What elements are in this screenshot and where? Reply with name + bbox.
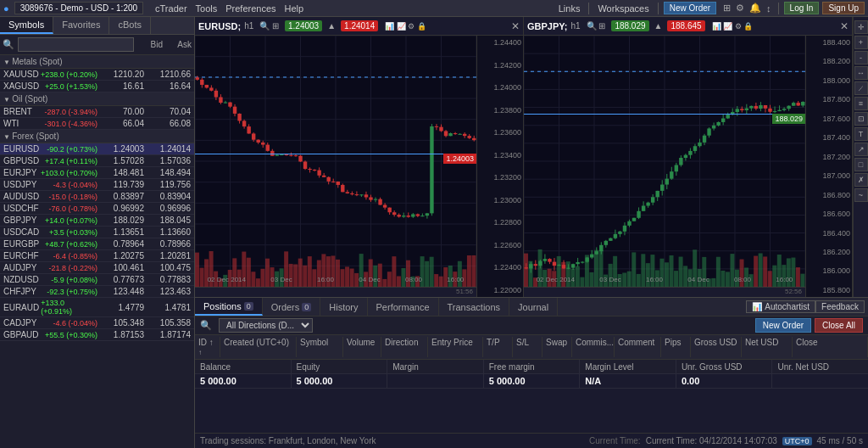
sidebar-icon-delete[interactable]: ✗ bbox=[854, 173, 868, 187]
menu-preferences[interactable]: Preferences bbox=[222, 3, 279, 14]
feedback-btn[interactable]: Feedback bbox=[815, 300, 865, 313]
new-order-top-btn[interactable]: New Order bbox=[664, 2, 716, 14]
gbpjpy-chart-tools-icon: 🔍 ⊞ bbox=[587, 21, 606, 31]
gbpjpy-chart-icon-bar: 📊 📈 ⚙ 🔒 bbox=[712, 22, 754, 31]
symbol-cadjpy[interactable]: CADJPY -4.6 (-0.04%) 105.348 105.358 bbox=[0, 317, 194, 329]
menu-help[interactable]: Help bbox=[281, 3, 308, 14]
gbpjpy-time-labels: 02 Dec 2014 03 Dec 16:00 04 Dec 08:00 16… bbox=[524, 276, 805, 283]
symbol-euraud[interactable]: EURAUD +133.0 (+0.91%) 1.4779 1.4781 bbox=[0, 298, 194, 317]
tab-cbots[interactable]: cBots bbox=[109, 17, 151, 34]
sidebar-icon-arrow[interactable]: ↗ bbox=[854, 143, 868, 156]
symbol-usdchf[interactable]: USDCHF -76.0 (-0.78%) 0.96992 0.96996 bbox=[0, 203, 194, 215]
symbol-panel-tabs: Symbols Favorites cBots bbox=[0, 17, 194, 35]
eurusd-time-labels: 02 Dec 2014 03 Dec 16:00 04 Dec 08:00 16… bbox=[195, 276, 476, 283]
symbol-gbpaud[interactable]: GBPAUD +55.5 (+0.30%) 1.87153 1.87174 bbox=[0, 329, 194, 341]
tab-orders[interactable]: Orders 0 bbox=[263, 298, 321, 316]
symbol-gbpjpy[interactable]: GBPJPY +14.0 (+0.07%) 188.029 188.045 bbox=[0, 215, 194, 227]
symbol-eurusd[interactable]: EURUSD -90.2 (+0.73%) 1.24003 1.24014 bbox=[0, 143, 194, 155]
symbol-brent[interactable]: BRENT -287.0 (-3.94%) 70.00 70.04 bbox=[0, 106, 194, 118]
icon-chart[interactable]: ⊞ bbox=[723, 3, 731, 14]
symbol-xauusd[interactable]: XAUUSD +238.0 (+0.20%) 1210.20 1210.66 bbox=[0, 69, 194, 81]
symbol-eurchf[interactable]: EURCHF -6.4 (-0.85%) 1.20275 1.20281 bbox=[0, 250, 194, 262]
autochartist-btn[interactable]: 📊 Autochartist bbox=[746, 300, 815, 313]
eurusd-chart-tools-icon: 🔍 ⊞ bbox=[259, 21, 279, 31]
sidebar-icon-zoom-in[interactable]: + bbox=[854, 36, 868, 49]
eurusd-bid-badge: 1.24003 bbox=[285, 20, 322, 31]
ask-header: Ask bbox=[163, 40, 192, 49]
symbol-chfjpy[interactable]: CHFJPY -92.3 (+0.75%) 123.448 123.463 bbox=[0, 286, 194, 298]
eurusd-ask-badge: 1.24014 bbox=[341, 20, 378, 31]
menu-tools[interactable]: Tools bbox=[192, 3, 221, 14]
th-id[interactable]: ID ↑ bbox=[195, 337, 220, 357]
symbol-usdcad[interactable]: USDCAD +3.5 (+0.03%) 1.13651 1.13660 bbox=[0, 227, 194, 238]
icon-arrows[interactable]: ↕ bbox=[766, 3, 771, 14]
th-direction: Direction bbox=[381, 337, 428, 357]
current-time-value: Current Time: 04/12/2014 14:07:03 bbox=[646, 436, 777, 445]
close-all-btn[interactable]: Close All bbox=[815, 318, 863, 333]
sidebar-icon-line[interactable]: ⟋ bbox=[854, 81, 868, 95]
tab-transactions[interactable]: Transactions bbox=[439, 298, 510, 316]
tab-symbols[interactable]: Symbols bbox=[0, 17, 53, 34]
links-btn[interactable]: Links bbox=[555, 3, 584, 14]
icon-notifications[interactable]: 🔔 bbox=[749, 3, 761, 14]
sidebar-icon-text[interactable]: T bbox=[854, 127, 868, 141]
new-order-btn[interactable]: New Order bbox=[755, 318, 811, 333]
menu-ctrader[interactable]: cTrader bbox=[152, 3, 191, 14]
eurusd-chart-close-btn[interactable]: ✕ bbox=[511, 20, 520, 32]
tab-favorites[interactable]: Favorites bbox=[53, 17, 109, 34]
sidebar-icon-channel[interactable]: ≡ bbox=[854, 97, 868, 110]
direction-filter[interactable]: All Directions (D... bbox=[219, 318, 313, 333]
trading-panel: Positions 0 Orders 0 History Performance… bbox=[195, 297, 868, 433]
gbpjpy-price-line bbox=[524, 114, 805, 115]
tab-history[interactable]: History bbox=[320, 298, 367, 316]
symbol-eurjpy[interactable]: EURJPY +103.0 (+0.70%) 148.481 148.494 bbox=[0, 167, 194, 179]
search-input[interactable] bbox=[18, 37, 134, 52]
signup-btn[interactable]: Sign Up bbox=[822, 2, 865, 14]
group-forex[interactable]: Forex (Spot) bbox=[0, 130, 194, 143]
tab-performance[interactable]: Performance bbox=[368, 298, 439, 316]
sidebar-icon-scroll[interactable]: ↔ bbox=[854, 66, 868, 80]
symbol-usdjpy[interactable]: USDJPY -4.3 (-0.04%) 119.739 119.756 bbox=[0, 179, 194, 191]
sidebar-icon-zoom-out[interactable]: - bbox=[854, 51, 868, 64]
symbol-list: Metals (Spot) XAUUSD +238.0 (+0.20%) 121… bbox=[0, 55, 194, 448]
eurusd-chart-body[interactable]: 1.24400 1.24200 1.24000 1.23800 1.23600 … bbox=[195, 36, 523, 297]
eurusd-timeframe: h1 bbox=[244, 21, 253, 31]
left-panel: Symbols Favorites cBots 🔍 Bid Ask Metals… bbox=[0, 17, 195, 448]
eurusd-scrollbar[interactable]: 51:56 bbox=[195, 287, 476, 297]
unr-net-value-cell bbox=[772, 374, 868, 388]
symbol-wti[interactable]: WTI -301.0 (-4.36%) 66.04 66.08 bbox=[0, 118, 194, 130]
symbol-nzdusd[interactable]: NZDUSD -5.9 (+0.08%) 0.77673 0.77883 bbox=[0, 274, 194, 286]
top-menu-bar: ● 3089676 - Demo - USD - 1:200 cTrader T… bbox=[0, 0, 868, 17]
sidebar-icon-fib[interactable]: ⊡ bbox=[854, 112, 868, 126]
margin-level-label-cell: Margin Level bbox=[580, 360, 676, 373]
timezone-badge: UTC+0 bbox=[782, 437, 812, 445]
icon-settings[interactable]: ⚙ bbox=[736, 3, 744, 14]
status-bar: Trading sessions: Frankfurt, London, New… bbox=[195, 433, 868, 448]
gbpjpy-chart-close-btn[interactable]: ✕ bbox=[840, 20, 849, 32]
unr-gross-value-cell: 0.00 bbox=[676, 374, 773, 388]
sidebar-icon-rect[interactable]: □ bbox=[854, 158, 868, 171]
symbol-audjpy[interactable]: AUDJPY -21.8 (-0.22%) 100.461 100.475 bbox=[0, 262, 194, 274]
trading-tabs-row: Positions 0 Orders 0 History Performance… bbox=[195, 298, 868, 316]
symbol-gbpusd[interactable]: GBPUSD +17.4 (+0.11%) 1.57028 1.57036 bbox=[0, 155, 194, 167]
symbol-xagusd[interactable]: XAGUSD +25.0 (+1.53%) 16.61 16.64 bbox=[0, 81, 194, 92]
sidebar-icon-crosshair[interactable]: ✛ bbox=[854, 20, 868, 34]
unr-gross-label-cell: Unr. Gross USD bbox=[676, 360, 773, 373]
th-tp: T/P bbox=[483, 337, 513, 357]
symbol-eurgbp[interactable]: EURGBP +48.7 (+0.62%) 0.78964 0.78966 bbox=[0, 238, 194, 250]
gbpjpy-chart-body[interactable]: 188.400 188.200 188.000 187.800 187.600 … bbox=[524, 36, 852, 297]
sidebar-icon-indicator[interactable]: ~ bbox=[854, 188, 868, 202]
eurusd-chart-icon-bar: 📊 📈 ⚙ 🔒 bbox=[385, 22, 426, 31]
gbpjpy-price-label: 188.029 bbox=[772, 114, 805, 124]
tab-journal[interactable]: Journal bbox=[509, 298, 558, 316]
positions-table-header: ID ↑ Created (UTC+0) Symbol Volume Direc… bbox=[195, 335, 868, 360]
login-btn[interactable]: Log In bbox=[784, 2, 820, 14]
gbpjpy-scrollbar[interactable]: 52:56 bbox=[524, 287, 805, 297]
group-oil[interactable]: Oil (Spot) bbox=[0, 92, 194, 106]
autochartist-icon: 📊 bbox=[752, 302, 762, 311]
symbol-audusd[interactable]: AUDUSD -15.0 (-0.18%) 0.83897 0.83904 bbox=[0, 191, 194, 203]
margin-label-cell: Margin bbox=[387, 360, 484, 373]
workspaces-btn[interactable]: Workspaces bbox=[594, 3, 652, 14]
group-metals[interactable]: Metals (Spot) bbox=[0, 55, 194, 69]
tab-positions[interactable]: Positions 0 bbox=[195, 298, 263, 316]
